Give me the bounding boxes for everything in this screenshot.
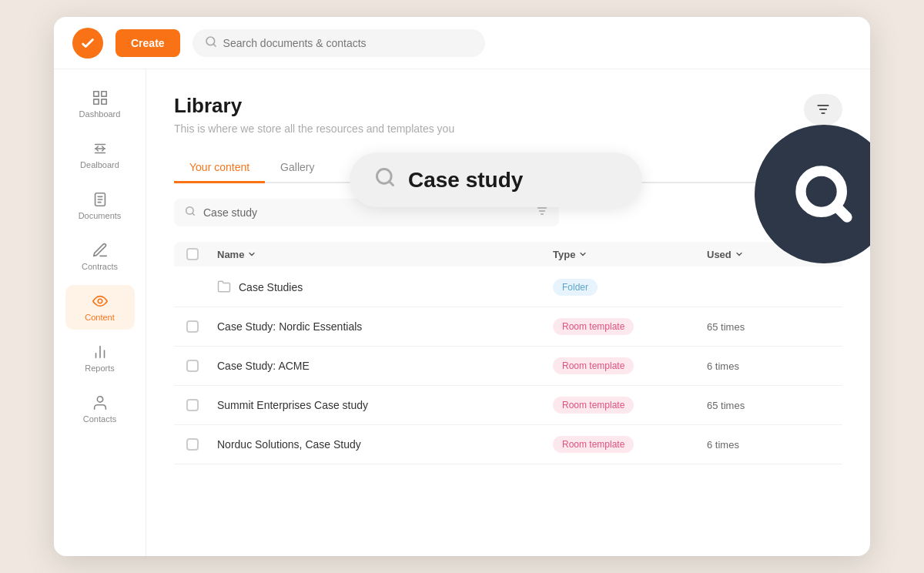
content-table: Name Type Used: [174, 242, 842, 464]
body: Dashboard Dealboard Documents: [54, 69, 870, 556]
row-name: Case Study: ACME: [217, 360, 553, 372]
sidebar-item-dealboard[interactable]: Dealboard: [65, 132, 135, 177]
header: Create: [54, 17, 870, 69]
header-search-bar[interactable]: [192, 29, 485, 57]
logo[interactable]: [72, 28, 103, 59]
sidebar-item-dashboard[interactable]: Dashboard: [65, 82, 135, 126]
sidebar-label-dealboard: Dealboard: [80, 160, 119, 169]
sidebar-label-dashboard: Dashboard: [79, 109, 121, 119]
row-name: Case Studies: [217, 280, 553, 296]
sidebar-label-contacts: Contacts: [83, 414, 116, 424]
page-subtitle: This is where we store all the resources…: [174, 122, 842, 135]
sidebar-label-content: Content: [85, 313, 115, 322]
sidebar-item-contracts[interactable]: Contracts: [65, 234, 135, 279]
table-row[interactable]: Summit Enterprises Case study Room templ…: [174, 386, 842, 425]
search-overlay: Case study: [350, 152, 642, 207]
row-used: 6 times: [707, 439, 830, 451]
svg-rect-1: [93, 92, 98, 96]
row-used: 6 times: [707, 360, 830, 372]
sidebar-label-documents: Documents: [79, 211, 122, 220]
search-icon: [205, 35, 217, 51]
search-overlay-text: Case study: [408, 168, 523, 193]
svg-rect-4: [101, 99, 105, 104]
filter-search-icon: [185, 206, 196, 219]
tab-gallery[interactable]: Gallery: [265, 153, 330, 183]
row-type-badge: Room template: [553, 436, 707, 453]
page-title: Library: [174, 94, 842, 118]
header-search-input[interactable]: [223, 37, 473, 49]
col-name[interactable]: Name: [217, 248, 553, 260]
svg-point-6: [98, 299, 102, 303]
row-type-badge: Room template: [553, 318, 707, 335]
col-type[interactable]: Type: [553, 248, 707, 260]
sidebar: Dashboard Dealboard Documents: [54, 69, 146, 556]
sidebar-item-content[interactable]: Content: [65, 285, 135, 330]
svg-rect-2: [101, 92, 105, 96]
row-checkbox-cell[interactable]: [186, 438, 217, 451]
tab-your-content[interactable]: Your content: [174, 153, 265, 183]
row-used: 65 times: [707, 400, 830, 411]
row-type-badge: Folder: [553, 279, 707, 296]
main-content: Library This is where we store all the r…: [146, 69, 870, 556]
sidebar-label-reports: Reports: [85, 364, 115, 373]
row-checkbox-cell[interactable]: [186, 360, 217, 372]
folder-icon: [217, 280, 231, 296]
top-filter-button[interactable]: [804, 94, 842, 125]
row-checkbox-cell[interactable]: [186, 399, 217, 411]
overlay-search-icon: [374, 166, 396, 193]
app-window: Create Dashboard: [54, 17, 870, 556]
svg-rect-3: [93, 99, 98, 104]
header-checkbox[interactable]: [186, 248, 199, 260]
table-row[interactable]: Case Studies Folder: [174, 268, 842, 307]
svg-point-7: [97, 397, 102, 402]
sidebar-item-reports[interactable]: Reports: [65, 336, 135, 380]
row-name: Summit Enterprises Case study: [217, 399, 553, 411]
table-row[interactable]: Case Study: Nordic Essentials Room templ…: [174, 307, 842, 347]
create-button[interactable]: Create: [116, 29, 180, 57]
row-checkbox-cell[interactable]: [186, 320, 217, 333]
table-row[interactable]: Case Study: ACME Room template 6 times: [174, 347, 842, 386]
row-type-badge: Room template: [553, 397, 707, 414]
sidebar-item-contacts[interactable]: Contacts: [65, 387, 135, 431]
filter-input[interactable]: [203, 206, 528, 219]
table-header: Name Type Used: [174, 242, 842, 266]
table-row[interactable]: Norduc Solutions, Case Study Room templa…: [174, 425, 842, 464]
row-type-badge: Room template: [553, 357, 707, 374]
col-checkbox: [186, 248, 217, 260]
sidebar-item-documents[interactable]: Documents: [65, 183, 135, 228]
filter-lines-icon[interactable]: [536, 205, 548, 220]
row-used: 65 times: [707, 321, 830, 333]
sidebar-label-contracts: Contracts: [82, 262, 118, 271]
row-name: Norduc Solutions, Case Study: [217, 438, 553, 451]
row-name: Case Study: Nordic Essentials: [217, 320, 553, 333]
